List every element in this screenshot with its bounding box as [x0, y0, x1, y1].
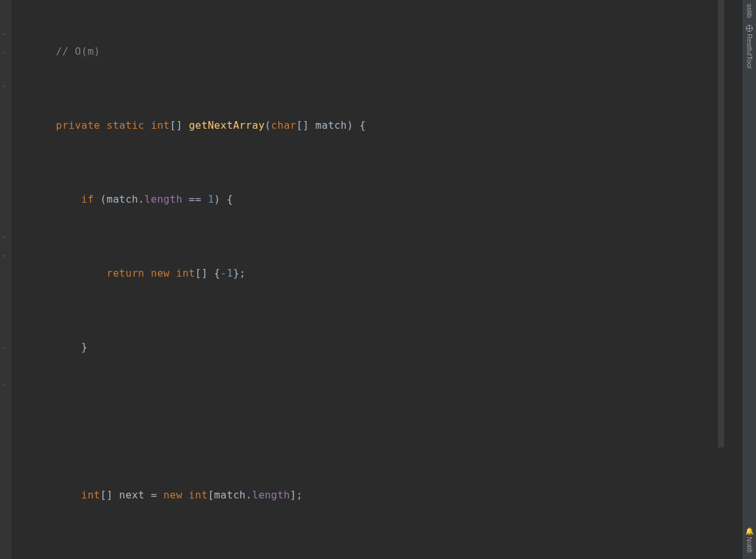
fold-marker[interactable]: ⌄ — [3, 29, 9, 36]
brackets: [] { — [195, 267, 220, 279]
fold-marker[interactable]: ⌄ — [3, 48, 9, 54]
scrollbar-track[interactable] — [717, 0, 724, 559]
fold-marker[interactable]: ⌄ — [3, 251, 9, 258]
fold-marker[interactable]: ⌃ — [3, 85, 9, 91]
code-line: return new int[] {-1}; — [13, 264, 742, 282]
text: [match. — [208, 489, 252, 501]
type-int: int — [176, 267, 196, 279]
code-line: if (match.length == 1) { — [13, 190, 742, 208]
right-tool-panel: sslib RestfulTool 🔔 Notifi — [742, 0, 756, 559]
tool-window-notifications[interactable]: 🔔 Notifi — [746, 526, 753, 554]
fold-marker[interactable]: ⌄ — [3, 381, 9, 387]
code-line-blank — [13, 412, 742, 430]
tool-label-text: sslib — [746, 4, 753, 18]
paren: ) { — [347, 119, 366, 131]
keyword-new: new — [164, 489, 183, 501]
code-line: private static int[] getNextArray(char[]… — [13, 116, 742, 134]
brace: ) { — [214, 193, 233, 205]
field-length: length — [145, 193, 183, 205]
code-line: } — [13, 338, 742, 356]
semi: }; — [233, 267, 246, 279]
keyword-new: new — [151, 267, 170, 279]
brackets: [] — [296, 119, 315, 131]
type-int: int — [151, 119, 170, 131]
code-area[interactable]: // O(m) private static int[] getNextArra… — [11, 0, 742, 559]
keyword-return: return — [106, 267, 145, 279]
paren: ( — [265, 119, 271, 131]
op: == — [182, 193, 208, 205]
field-length: length — [252, 489, 290, 501]
type-int: int — [189, 489, 208, 501]
text: [] next = — [100, 489, 163, 501]
gutter: ⌄ ⌄ ⌃ ⌄ ⌄ ⌄ ⌄ — [0, 0, 11, 559]
number: -1 — [220, 267, 233, 279]
tool-window-sslib[interactable]: sslib — [746, 3, 753, 19]
tool-label-text: RestfulTool — [746, 34, 753, 68]
keyword-if: if — [81, 193, 94, 205]
type-char: char — [271, 119, 297, 131]
bell-icon: 🔔 — [746, 527, 753, 535]
semi: ]; — [290, 489, 303, 501]
text: (match. — [94, 193, 144, 205]
brackets: [] — [170, 119, 189, 131]
code-line: int[] next = new int[match.length]; — [13, 486, 742, 504]
brace: } — [81, 341, 87, 353]
code-line: // O(m) — [13, 42, 742, 61]
tool-label-text: Notifi — [746, 537, 753, 553]
editor-wrap: ⌄ ⌄ ⌃ ⌄ ⌄ ⌄ ⌄ // O(m) private static int… — [0, 0, 756, 559]
keyword-static: static — [106, 119, 145, 131]
fold-marker[interactable]: ⌄ — [3, 233, 9, 239]
method-name: getNextArray — [189, 119, 264, 131]
number: 1 — [208, 193, 214, 205]
comment: // O(m) — [56, 45, 101, 57]
fold-marker[interactable]: ⌄ — [3, 344, 9, 350]
type-int: int — [81, 489, 100, 501]
keyword-private: private — [56, 119, 101, 131]
param-match: match — [315, 119, 347, 131]
scrollbar-thumb[interactable] — [718, 0, 724, 447]
tool-window-restfultool[interactable]: RestfulTool — [746, 23, 753, 69]
